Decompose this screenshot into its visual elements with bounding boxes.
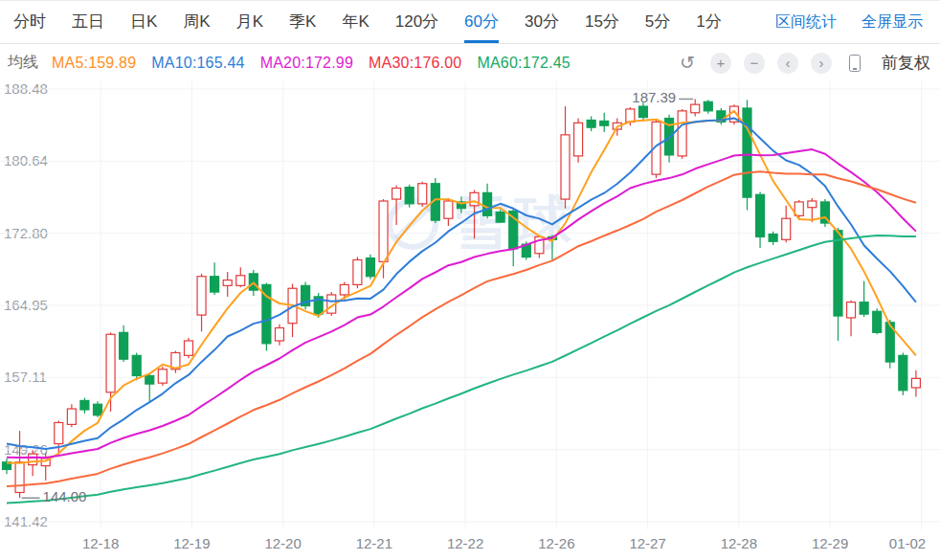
ma-legend-title: 均线 xyxy=(8,53,38,73)
x-axis-label: 12-18 xyxy=(72,535,129,551)
tab-120分[interactable]: 120分 xyxy=(395,1,438,43)
ma-legend-MA60: MA60:172.45 xyxy=(477,55,570,71)
x-axis-label: 12-21 xyxy=(346,535,403,551)
tab-1分[interactable]: 1分 xyxy=(696,1,721,43)
tab-日K[interactable]: 日K xyxy=(130,1,157,43)
mobile-icon-glyph xyxy=(849,55,861,72)
ma-legend-bar: 均线 MA5:159.89MA10:165.44MA20:172.99MA30:… xyxy=(0,45,940,80)
tab-分时[interactable]: 分时 xyxy=(13,1,46,43)
high-price-marker: 187.39 xyxy=(620,89,676,105)
ma-legend-MA20: MA20:172.99 xyxy=(260,55,353,71)
x-axis-label: 01-02 xyxy=(879,535,936,551)
x-axis-label: 12-29 xyxy=(801,535,859,551)
link-全屏显示[interactable]: 全屏显示 xyxy=(862,12,923,33)
tab-15分[interactable]: 15分 xyxy=(585,1,619,43)
pan-left-icon[interactable]: ‹ xyxy=(777,53,798,74)
low-price-marker: 144.00 xyxy=(43,488,87,504)
adjust-mode-button[interactable]: 前复权 xyxy=(882,52,930,74)
tab-30分[interactable]: 30分 xyxy=(525,1,559,43)
tab-月K[interactable]: 月K xyxy=(236,1,263,43)
x-axis-label: 12-26 xyxy=(527,535,585,551)
zoom-out-icon[interactable]: − xyxy=(744,53,765,74)
mobile-icon[interactable] xyxy=(844,53,865,74)
pan-right-icon[interactable]: › xyxy=(811,53,832,74)
x-axis-label: 12-19 xyxy=(163,535,220,551)
tab-五日[interactable]: 五日 xyxy=(72,1,104,43)
interval-tabbar: 分时五日日K周K月K季K年K120分60分30分15分5分1分区间统计全屏显示 xyxy=(0,0,940,44)
tabbar-links: 区间统计全屏显示 xyxy=(775,1,940,43)
toolbar-icons: ↺+−‹› xyxy=(677,53,865,74)
candlestick-chart[interactable] xyxy=(0,0,940,560)
x-axis-label: 12-20 xyxy=(255,535,312,551)
zoom-in-icon[interactable]: + xyxy=(710,53,731,74)
ma-legend-MA5: MA5:159.89 xyxy=(52,55,136,71)
tab-周K[interactable]: 周K xyxy=(183,1,210,43)
ma-legend-MA10: MA10:165.44 xyxy=(151,55,244,71)
tab-5分[interactable]: 5分 xyxy=(645,1,670,43)
tab-季K[interactable]: 季K xyxy=(289,1,316,43)
ma-legend-MA30: MA30:176.00 xyxy=(369,55,461,71)
x-axis-label: 12-22 xyxy=(436,535,494,551)
ma-legend-items: MA5:159.89MA10:165.44MA20:172.99MA30:176… xyxy=(52,55,586,72)
x-axis-label: 12-28 xyxy=(710,535,768,551)
link-区间统计[interactable]: 区间统计 xyxy=(775,12,837,33)
undo-icon[interactable]: ↺ xyxy=(677,53,698,74)
chart-toolbar: ↺+−‹› 前复权 xyxy=(677,52,930,74)
tab-年K[interactable]: 年K xyxy=(342,1,369,43)
tab-60分[interactable]: 60分 xyxy=(464,1,499,43)
x-axis-label: 12-27 xyxy=(619,535,677,551)
